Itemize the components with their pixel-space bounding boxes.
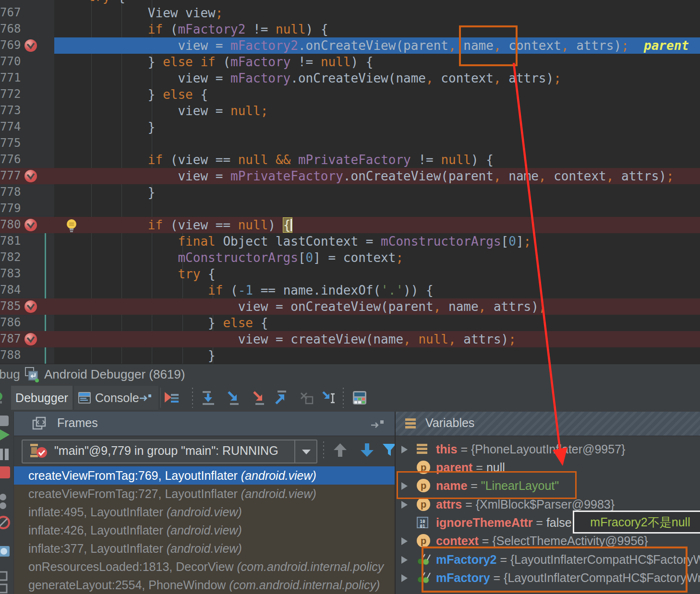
variable-text: this = {PhoneLayoutInflater@9957}	[436, 442, 625, 456]
frame-row[interactable]: inflate:495, LayoutInflater (android.vie…	[14, 503, 395, 521]
debug-tab-label[interactable]: Debug	[0, 367, 20, 382]
stop-icon[interactable]	[0, 465, 11, 480]
variable-row-name[interactable]: pname = "LinearLayout"	[396, 477, 700, 496]
line-number: 777	[0, 169, 18, 182]
breakpoint-icon[interactable]	[24, 333, 37, 348]
tab-debugger[interactable]: Debugger	[11, 386, 72, 410]
frame-row[interactable]: createViewFromTag:769, LayoutInflater (a…	[14, 466, 395, 485]
variable-row-parent[interactable]: pparent = null	[396, 459, 700, 477]
code-line[interactable]: 787 view = createView(name, null, attrs)…	[0, 331, 700, 347]
frame-row[interactable]: inflate:377, LayoutInflater (android.vie…	[14, 539, 395, 558]
line-number: 783	[0, 267, 18, 280]
expand-arrow-icon[interactable]	[401, 446, 408, 453]
frame-down-icon[interactable]	[359, 442, 376, 459]
variable-text: name = "LinearLayout"	[436, 479, 559, 493]
resume-icon[interactable]	[0, 428, 11, 442]
frames-list: createViewFromTag:769, LayoutInflater (a…	[14, 466, 395, 594]
run-to-cursor-button[interactable]	[321, 390, 337, 405]
breakpoint-icon[interactable]	[24, 218, 37, 234]
thread-dropdown[interactable]: "main"@9,779 in group "main": RUNNING	[22, 440, 317, 463]
variable-text: mFactory = {LayoutInflaterCompatHC$Facto…	[436, 571, 700, 585]
scroll-to-end-icon[interactable]	[139, 393, 152, 403]
code-line[interactable]: 784 if (-1 == name.indexOf('.')) {	[0, 282, 700, 298]
code-line[interactable]: 778 }	[0, 184, 700, 201]
field-type-icon	[417, 571, 431, 585]
variable-row-this[interactable]: this = {PhoneLayoutInflater@9957}	[396, 441, 700, 459]
variable-row-context[interactable]: pcontext = {SelectThemeActivity@9956}	[396, 533, 700, 551]
expand-arrow-icon[interactable]	[401, 482, 408, 490]
code-line[interactable]: 769 view = mFactory2.onCreateView(parent…	[0, 37, 700, 54]
code-line[interactable]: 767 View view;	[0, 5, 700, 21]
restore-layout-icon[interactable]	[371, 419, 384, 429]
tab-console[interactable]: Console	[73, 386, 159, 410]
code-text: if (mFactory2 != null) {	[58, 21, 328, 37]
show-execution-point-button[interactable]	[164, 390, 180, 405]
variable-text: context = {SelectThemeActivity@9956}	[436, 534, 648, 548]
frame-row[interactable]: inflate:426, LayoutInflater (android.vie…	[14, 521, 395, 539]
debug-session-title: Android Debugger (8619)	[44, 367, 185, 382]
code-text: } else {	[58, 315, 268, 331]
code-line[interactable]: 770 } else if (mFactory != null) {	[0, 54, 700, 70]
param-type-icon: p	[417, 479, 431, 493]
rerun-icon[interactable]	[0, 415, 11, 427]
code-line[interactable]: 772 } else {	[0, 86, 700, 103]
line-number: 772	[0, 87, 18, 101]
expand-arrow-icon[interactable]	[401, 537, 408, 545]
line-number: 771	[0, 71, 18, 84]
step-out-button[interactable]	[274, 390, 289, 405]
param-type-icon: p	[417, 498, 431, 512]
frame-up-icon[interactable]	[332, 442, 349, 459]
param-type-icon: p	[417, 534, 431, 548]
code-line[interactable]: 775	[0, 135, 700, 152]
code-line[interactable]: 782 mConstructorArgs[0] = context;	[0, 249, 700, 266]
code-text: view = mFactory2.onCreateView(parent, na…	[58, 37, 689, 54]
breakpoint-icon[interactable]	[24, 169, 37, 185]
code-line[interactable]: 786 } else {	[0, 315, 700, 331]
code-line[interactable]: 780 if (view == null) {	[0, 217, 700, 233]
pause-icon[interactable]	[0, 447, 11, 462]
expand-arrow-icon[interactable]	[401, 501, 408, 509]
breakpoint-icon[interactable]	[24, 39, 37, 54]
variable-row-mFactory2[interactable]: mFactory2 = {LayoutInflaterCompatHC$Fact…	[396, 551, 700, 570]
drop-frame-button[interactable]	[299, 390, 314, 405]
chevron-down-icon	[301, 449, 312, 455]
thread-dump-icon[interactable]	[0, 544, 11, 558]
frame-row[interactable]: createViewFromTag:727, LayoutInflater (a…	[14, 485, 395, 503]
code-line[interactable]: try {	[0, 0, 700, 5]
code-text: view = createView(name, null, attrs);	[58, 331, 516, 347]
step-over-button[interactable]	[201, 390, 216, 405]
intention-bulb-icon[interactable]	[65, 219, 78, 235]
code-line[interactable]: 768 if (mFactory2 != null) {	[0, 21, 700, 37]
code-line[interactable]: 777 view = mPrivateFactory.onCreateView(…	[0, 168, 700, 184]
step-into-button[interactable]	[226, 390, 241, 405]
expand-arrow-icon[interactable]	[401, 574, 408, 582]
code-line[interactable]: 774 }	[0, 119, 700, 135]
code-line[interactable]: 785 view = onCreateView(parent, name, at…	[0, 298, 700, 315]
frame-row[interactable]: onResourcesLoaded:1813, DecorView (com.a…	[14, 558, 395, 576]
code-text: try {	[58, 0, 125, 5]
line-number: 780	[0, 218, 18, 231]
evaluate-expression-button[interactable]	[352, 390, 367, 405]
code-text: view = mPrivateFactory.onCreateView(pare…	[58, 168, 674, 184]
frame-row[interactable]: generateLayout:2554, PhoneWindow (com.an…	[14, 576, 395, 594]
expand-arrow-icon[interactable]	[401, 556, 408, 564]
line-number: 776	[0, 153, 18, 166]
code-line[interactable]: 783 try {	[0, 266, 700, 282]
variable-row-mFactory[interactable]: mFactory = {LayoutInflaterCompatHC$Facto…	[396, 570, 700, 588]
code-line[interactable]: 781 final Object lastContext = mConstruc…	[0, 233, 700, 249]
thread-dropdown-button[interactable]	[294, 440, 316, 463]
code-editor[interactable]: try {767 View view;768 if (mFactory2 != …	[0, 0, 700, 364]
mute-breakpoints-icon[interactable]	[0, 515, 12, 531]
view-breakpoints-icon[interactable]	[0, 493, 11, 510]
code-line[interactable]: 788 }	[0, 347, 700, 364]
code-line[interactable]: 779	[0, 201, 700, 217]
filter-icon[interactable]	[382, 442, 395, 459]
annotation-note-text: mFracory2不是null	[590, 515, 690, 529]
pin-icon[interactable]	[0, 583, 9, 594]
code-line[interactable]: 776 if (view == null && mPrivateFactory …	[0, 152, 700, 168]
code-line[interactable]: 773 view = null;	[0, 103, 700, 119]
breakpoint-icon[interactable]	[24, 300, 37, 315]
force-step-into-button[interactable]	[252, 390, 267, 405]
code-line[interactable]: 771 view = mFactory.onCreateView(name, c…	[0, 70, 700, 86]
settings-icon[interactable]	[0, 571, 9, 582]
